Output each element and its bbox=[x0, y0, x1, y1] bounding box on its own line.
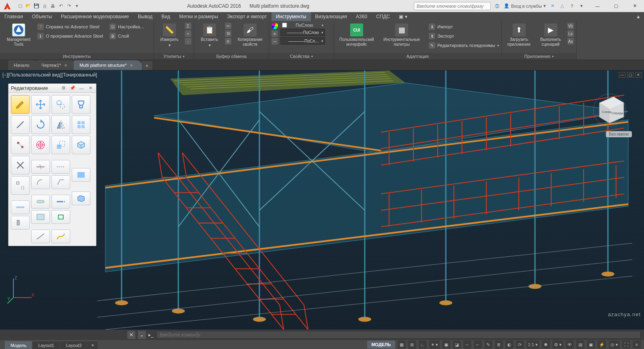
model-canvas[interactable] bbox=[0, 70, 644, 330]
layout-tab-layout1[interactable]: Layout1 bbox=[32, 341, 60, 349]
dynucs-toggle-icon[interactable]: ⌐ bbox=[474, 340, 482, 349]
measure-button[interactable]: 📏 Измерить ▾ bbox=[156, 23, 182, 48]
lisp-icon[interactable]: Ls bbox=[567, 30, 574, 37]
load-app-button[interactable]: ⬆ Загрузить приложение bbox=[504, 23, 534, 47]
workspace-switch-icon[interactable]: ⚙ ▾ bbox=[552, 340, 563, 349]
annoscale-icon[interactable]: 1:1 ▾ bbox=[526, 340, 539, 349]
tab-visual[interactable]: Визуализация bbox=[311, 12, 352, 21]
lineweight-dropdown[interactable]: ———— ПоСлою▾ bbox=[280, 29, 325, 36]
arx-icon[interactable]: Ax bbox=[567, 38, 574, 45]
ucs-icon[interactable]: Z X Y bbox=[7, 275, 36, 305]
cmd-close-icon[interactable]: ✕ bbox=[127, 331, 135, 339]
command-input[interactable] bbox=[156, 331, 641, 339]
panel-props-label[interactable]: Свойства▾ bbox=[269, 53, 334, 60]
tab-objects[interactable]: Объекты bbox=[28, 12, 57, 21]
unnamed-view-label[interactable]: Без имени bbox=[606, 131, 632, 137]
tab-dims[interactable]: Метки и размеры bbox=[175, 12, 223, 21]
cui-button[interactable]: CUI Пользовательский интерфейс bbox=[336, 23, 377, 47]
tab-spds[interactable]: СПДС bbox=[372, 12, 394, 21]
undo-icon[interactable]: ↶ bbox=[58, 3, 64, 9]
quickprops-icon[interactable]: ▣ bbox=[587, 340, 595, 349]
a360-icon[interactable]: △ bbox=[559, 3, 565, 9]
close-icon[interactable]: ✕ bbox=[130, 63, 133, 68]
saveas-icon[interactable]: ⎙ bbox=[41, 3, 48, 9]
modelspace-toggle[interactable]: МОДЕЛЬ bbox=[367, 340, 395, 349]
trim-icon[interactable] bbox=[51, 160, 70, 174]
annotation-monitor-icon[interactable]: 👁 bbox=[566, 340, 574, 349]
vba-icon[interactable]: Vb bbox=[567, 23, 574, 29]
tab-export[interactable]: Экспорт и импорт bbox=[223, 12, 272, 21]
help-search[interactable] bbox=[414, 2, 491, 10]
fillet-icon[interactable] bbox=[31, 175, 50, 189]
scale-icon[interactable] bbox=[51, 136, 70, 154]
customize-status-icon[interactable]: ≡ bbox=[633, 340, 641, 349]
viewcube[interactable]: Слева Спереди bbox=[591, 91, 628, 127]
window-minimize[interactable]: — bbox=[588, 0, 607, 12]
layout-tab-layout2[interactable]: Layout2 bbox=[60, 341, 88, 349]
dyninput-toggle-icon[interactable]: ✎ bbox=[484, 340, 492, 349]
polar-toggle-icon[interactable]: ✶ ▾ bbox=[429, 340, 440, 349]
management-tools-button[interactable]: Management Tools bbox=[2, 23, 35, 47]
export-button[interactable]: ⬆ Экспорт bbox=[429, 32, 499, 40]
tab-tools[interactable]: Инструменты bbox=[272, 12, 311, 21]
point-icon[interactable]: ∙ bbox=[185, 38, 191, 45]
palette-minimize-icon[interactable]: — bbox=[78, 85, 85, 92]
cleanscreen-icon[interactable]: ⛶ bbox=[622, 340, 630, 349]
panel-apps-label[interactable]: Приложения▾ bbox=[502, 53, 576, 60]
section-icon[interactable] bbox=[11, 216, 30, 230]
viewport-label[interactable]: [–][Пользовательский вид][Тонированный] bbox=[2, 72, 97, 78]
cut-icon[interactable]: ✂ bbox=[225, 23, 231, 29]
lineweight-icon[interactable]: ≡ bbox=[272, 30, 278, 37]
line-tool-icon[interactable] bbox=[31, 230, 50, 243]
new-icon[interactable]: ▢ bbox=[17, 3, 24, 9]
open-icon[interactable]: 📂 bbox=[25, 3, 32, 9]
tab-view[interactable]: Вид bbox=[157, 12, 175, 21]
outline-icon[interactable] bbox=[51, 210, 70, 224]
viewport-minimize[interactable]: — bbox=[619, 72, 625, 78]
file-tab-start[interactable]: Начало bbox=[8, 60, 38, 70]
settings-button[interactable]: ☑ Настройка… bbox=[109, 23, 144, 31]
mirror-icon[interactable] bbox=[51, 115, 70, 134]
polyline-icon[interactable] bbox=[51, 230, 70, 243]
cut-beam-icon[interactable] bbox=[31, 160, 50, 174]
count-icon[interactable]: Σ bbox=[185, 23, 191, 29]
annotation-toggle-icon[interactable]: ✱ bbox=[542, 340, 550, 349]
ribbon-minimize-icon[interactable]: ▲ bbox=[633, 12, 644, 21]
advance-help-button[interactable]: ? Справка по Advance Steel bbox=[37, 23, 103, 31]
rotate-icon[interactable] bbox=[31, 115, 50, 134]
move-icon[interactable] bbox=[31, 95, 50, 114]
infocenter-icon[interactable]: ⓵ bbox=[494, 3, 501, 9]
file-tab-multiplatform[interactable]: Multi platform structure*✕ bbox=[74, 60, 142, 70]
solid-box-icon[interactable] bbox=[72, 192, 90, 205]
edit-palette[interactable]: Редактирование ⚙ 📌 — ✕ bbox=[8, 83, 96, 246]
close-icon[interactable]: ✕ bbox=[64, 63, 67, 68]
chamfer-icon[interactable] bbox=[51, 175, 70, 189]
panel-utils-label[interactable]: Утилиты▾ bbox=[154, 53, 194, 60]
cmd-history-icon[interactable]: ⌄ bbox=[138, 331, 146, 339]
tab-main[interactable]: Главная bbox=[0, 12, 28, 21]
new-drawing-tab[interactable]: + bbox=[141, 61, 152, 70]
pin-icon[interactable]: 📌 bbox=[69, 85, 76, 92]
run-script-button[interactable]: ▶ Выполнить сценарий bbox=[537, 23, 565, 47]
linetype-dropdown[interactable]: ———— ПоСл…▾ bbox=[280, 37, 325, 45]
redo-icon[interactable]: ↷ bbox=[66, 3, 72, 9]
tab-featured-icon[interactable]: ▣ ▾ bbox=[394, 12, 411, 21]
isolate-icon[interactable]: ◎ ▾ bbox=[609, 340, 620, 349]
ortho-toggle-icon[interactable]: ∟ bbox=[419, 340, 427, 349]
quickcalc-icon[interactable]: ÷ bbox=[185, 30, 191, 37]
gear-icon[interactable]: ⚙ bbox=[60, 85, 67, 92]
layout-tab-model[interactable]: Модель bbox=[5, 341, 32, 349]
window-maximize[interactable]: ▢ bbox=[607, 0, 625, 12]
layout-tab-add[interactable]: + bbox=[88, 341, 98, 349]
transparency-toggle-icon[interactable]: ◐ bbox=[505, 340, 513, 349]
extend-beam-icon[interactable] bbox=[51, 195, 70, 209]
grid-toggle-icon[interactable]: ▦ bbox=[398, 340, 406, 349]
linetype-icon[interactable]: ─ bbox=[272, 38, 278, 45]
osnap-toggle-icon[interactable]: ▣ bbox=[442, 340, 450, 349]
color-wheel-icon[interactable] bbox=[272, 23, 278, 29]
color-bylayer-dropdown[interactable]: ПоСлою ▾ bbox=[280, 23, 325, 28]
plate-icon[interactable] bbox=[31, 210, 50, 224]
qat-dropdown-icon[interactable]: ▾ bbox=[74, 3, 80, 9]
draw-pencil-icon[interactable] bbox=[11, 95, 30, 114]
match-props-button[interactable]: 🖌 Копирование свойств bbox=[234, 23, 266, 47]
